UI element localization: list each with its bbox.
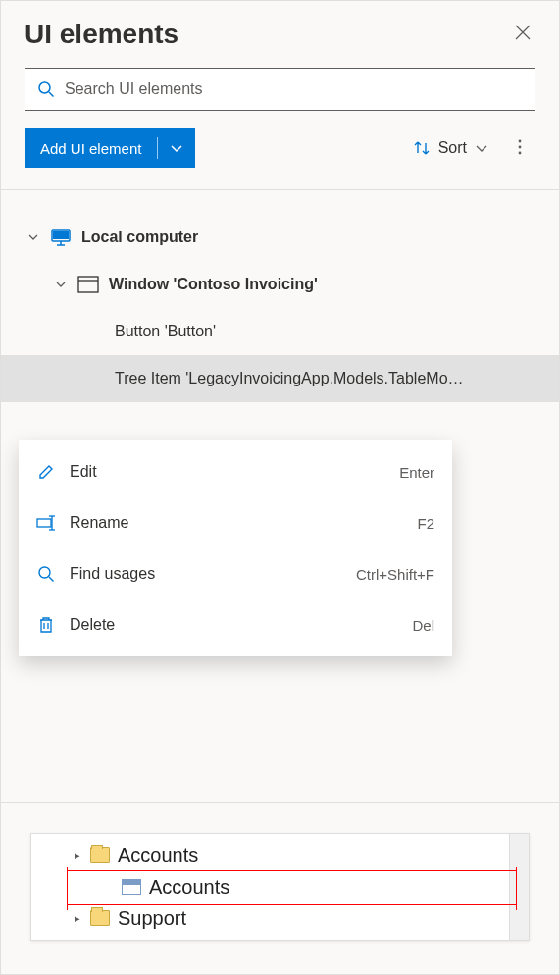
chevron-down-icon	[55, 279, 67, 290]
scrollbar[interactable]	[509, 834, 529, 940]
svg-rect-11	[37, 519, 51, 527]
chevron-down-icon	[170, 141, 183, 155]
search-icon	[37, 565, 55, 583]
context-menu-rename[interactable]: Rename F2	[19, 497, 452, 548]
svg-point-15	[39, 567, 50, 578]
context-menu-label: Delete	[70, 616, 398, 634]
svg-point-0	[39, 82, 50, 93]
expand-icon: ▸	[65, 849, 90, 862]
svg-line-16	[49, 577, 54, 582]
tree-node-local-computer[interactable]: Local computer	[1, 214, 559, 261]
svg-point-4	[519, 151, 522, 154]
close-button[interactable]	[510, 20, 535, 49]
add-ui-element-label: Add UI element	[25, 128, 157, 168]
close-icon	[514, 24, 532, 41]
sort-label: Sort	[438, 139, 467, 157]
context-menu-edit[interactable]: Edit Enter	[19, 446, 452, 497]
preview-tree-row: ▸ Accounts	[31, 840, 529, 871]
folder-icon	[90, 910, 110, 926]
context-menu-shortcut: F2	[417, 515, 434, 532]
svg-rect-6	[53, 231, 69, 239]
rename-icon	[36, 515, 56, 531]
folder-icon	[90, 847, 110, 863]
tree-item[interactable]: Button 'Button'	[1, 308, 559, 355]
delete-icon	[38, 616, 54, 634]
svg-line-1	[49, 92, 54, 97]
context-menu-delete[interactable]: Delete Del	[19, 599, 452, 650]
tree-label: Tree Item 'LegacyInvoicingApp.Models.Tab…	[115, 370, 464, 387]
more-options-button[interactable]	[504, 132, 535, 165]
search-icon	[37, 80, 55, 98]
window-icon	[77, 276, 99, 293]
sort-icon	[413, 139, 431, 157]
context-menu-find-usages[interactable]: Find usages Ctrl+Shift+F	[19, 548, 452, 599]
ui-elements-tree: Local computer Window 'Contoso Invoicing…	[1, 190, 559, 402]
context-menu-label: Find usages	[70, 565, 342, 583]
preview-tree-row: ▸ Support	[31, 902, 529, 934]
search-input[interactable]	[65, 80, 523, 98]
preview-tree-row: Accounts	[31, 871, 529, 902]
tree-label: Local computer	[81, 229, 198, 246]
context-menu-shortcut: Del	[412, 617, 434, 634]
tree-label: Button 'Button'	[115, 323, 216, 340]
tree-node-window[interactable]: Window 'Contoso Invoicing'	[1, 261, 559, 308]
chevron-down-icon	[475, 141, 488, 155]
context-menu-label: Rename	[70, 514, 403, 532]
preview-pane: ▸ Accounts Accounts ▸ Support	[1, 802, 559, 974]
context-menu-shortcut: Ctrl+Shift+F	[356, 566, 434, 583]
context-menu: Edit Enter Rename F2 Find usages Ctrl+Sh…	[19, 440, 452, 656]
panel-title: UI elements	[25, 19, 178, 50]
tree-label: Window 'Contoso Invoicing'	[109, 276, 318, 293]
add-ui-element-button[interactable]: Add UI element	[25, 128, 195, 168]
svg-point-2	[519, 139, 522, 142]
search-box[interactable]	[25, 68, 535, 111]
edit-icon	[37, 463, 55, 481]
preview-label: Accounts	[149, 876, 229, 898]
preview-label: Accounts	[118, 845, 198, 867]
context-menu-label: Edit	[70, 463, 385, 481]
add-ui-element-dropdown[interactable]	[158, 128, 195, 168]
preview-screenshot: ▸ Accounts Accounts ▸ Support	[30, 833, 530, 941]
table-icon	[122, 879, 141, 895]
more-vertical-icon	[512, 138, 528, 156]
context-menu-shortcut: Enter	[399, 464, 434, 481]
tree-item[interactable]: Tree Item 'LegacyInvoicingApp.Models.Tab…	[1, 355, 559, 402]
preview-label: Support	[118, 907, 186, 930]
sort-button[interactable]: Sort	[405, 133, 496, 163]
computer-icon	[50, 228, 72, 247]
chevron-down-icon	[27, 231, 39, 243]
svg-point-3	[519, 145, 522, 148]
expand-icon: ▸	[65, 912, 90, 925]
svg-rect-9	[78, 277, 98, 292]
